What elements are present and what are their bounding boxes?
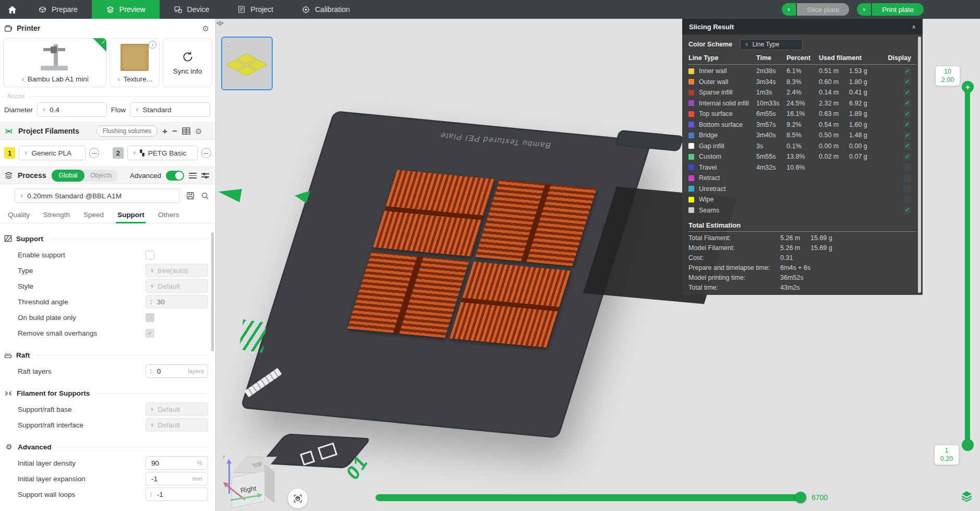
layer-slider-handle[interactable] [962,439,974,451]
tab-strength[interactable]: Strength [37,211,77,223]
scope-global[interactable]: Global [52,170,84,182]
display-checkbox[interactable] [903,110,911,118]
panel-header[interactable]: Slicing Result ∧ [682,19,923,34]
compare-presets-icon[interactable] [201,172,209,179]
tab-prepare[interactable]: Prepare [24,0,92,19]
print-dropdown-button[interactable]: ∨ [857,3,871,16]
support-style-select[interactable]: ∨Default [146,279,208,293]
layer-slider-plus-button[interactable]: + [962,81,974,93]
spinner-arrows-icon[interactable]: ∧∨ [150,299,152,304]
display-checkbox[interactable] [903,174,911,182]
flushing-volumes-button[interactable]: Flushing volumes [96,125,158,137]
filament-2-badge[interactable]: 2 [113,147,124,159]
display-checkbox[interactable] [903,89,911,97]
wall-loops-spinner[interactable]: ∧∨-1 [146,488,208,501]
remove-filament-button[interactable]: − [172,127,177,136]
filament-1-select[interactable]: ∨Generic PLA [19,146,86,160]
tab-speed[interactable]: Speed [77,211,111,223]
display-checkbox[interactable] [903,153,911,161]
navigation-cube[interactable]: Top Right z [221,455,283,510]
calibration-icon [301,5,310,14]
scope-objects[interactable]: Objects [84,172,118,179]
sliced-model-tile[interactable] [347,252,469,338]
parameter-list-icon[interactable] [189,173,197,179]
sliced-model-tile[interactable] [373,170,494,256]
home-button[interactable] [0,0,24,19]
layers-mode-button[interactable] [960,490,973,503]
panel-body: Color Scheme ∨Line Type Line Type Time P… [682,34,923,292]
plate-type-select[interactable]: ∨Texture... [110,75,159,83]
raft-interface-select[interactable]: ∨Default [146,418,208,432]
collapse-panel-icon[interactable]: ∧ [912,23,916,30]
sliced-model-group[interactable] [347,170,597,348]
wipe-tower-icon[interactable] [182,127,190,135]
build-plate-card[interactable]: i ∨Texture... [110,38,160,87]
preview-icon [106,5,115,14]
param-row: Support/raft base ∨Default [4,401,208,417]
advanced-toggle[interactable] [166,171,184,181]
raft-base-select[interactable]: ∨Default [146,402,208,416]
move-slider-handle[interactable] [795,492,806,503]
tab-others[interactable]: Others [151,211,186,223]
display-checkbox[interactable] [903,206,911,214]
support-type-select[interactable]: ∨tree(auto) [146,264,208,277]
search-icon[interactable] [201,192,209,200]
printer-settings-gear-icon[interactable]: ⚙ [202,25,209,32]
display-checkbox[interactable] [903,132,911,139]
threshold-angle-spinner[interactable]: ∧∨30 [146,295,208,308]
diameter-select[interactable]: ∨0.4 [37,102,107,117]
display-checkbox[interactable] [903,142,911,150]
raft-layers-spinner[interactable]: ∧∨0layers [146,364,208,378]
tab-project[interactable]: Project [223,0,287,19]
filament-2-edit-button[interactable]: ••• [201,148,211,158]
filament-settings-gear-icon[interactable]: ⚙ [195,127,202,135]
save-preset-icon[interactable] [186,192,195,200]
process-preset-select[interactable]: ∨0.20mm Standard @BBL A1M [15,188,180,203]
col-used-filament: Used filament [819,54,880,62]
display-checkbox[interactable] [903,78,911,86]
sync-info-button[interactable]: Sync info [163,38,212,87]
flow-select[interactable]: ∨Standard [130,102,210,117]
printer-name-select[interactable]: ∨Bambu Lab A1 mini [4,75,106,83]
print-plate-button[interactable]: Print plate [872,3,924,16]
spinner-arrows-icon[interactable]: ∧∨ [150,492,152,497]
display-checkbox[interactable] [903,99,911,107]
info-icon[interactable]: i [149,41,156,49]
tab-preview[interactable]: Preview [92,0,160,19]
connected-badge: ✓ [93,38,106,52]
display-checkbox[interactable] [903,67,911,75]
display-checkbox[interactable] [903,121,911,128]
filament-1-badge[interactable]: 1 [4,147,15,159]
remove-overhangs-checkbox[interactable] [146,329,154,338]
cube-front-face[interactable]: Right [232,471,265,508]
add-filament-button[interactable]: + [162,127,167,136]
expansion-input[interactable]: -1mm [146,472,208,485]
panel-scrollbar[interactable] [918,37,921,293]
spinner-arrows-icon[interactable]: ∧∨ [150,369,152,374]
tab-support[interactable]: Support [111,211,151,223]
slice-dropdown-button[interactable]: ∨ [782,3,796,16]
tab-quality[interactable]: Quality [1,211,37,223]
slice-plate-button[interactable]: Slice plate [797,3,849,16]
sidebar-collapse-handle[interactable]: <|> [216,20,223,26]
tab-device[interactable]: Device [160,0,224,19]
tab-calibration[interactable]: Calibration [287,0,364,19]
display-checkbox[interactable] [903,163,911,171]
density-input[interactable]: 90% [146,456,208,470]
filament-2-select[interactable]: ∨▚PETG Basic [127,146,198,160]
filament-1-edit-button[interactable]: ••• [89,148,99,158]
plate-thumbnail[interactable]: 1 [221,37,273,90]
enable-support-checkbox[interactable] [146,251,154,259]
sliced-model-tile[interactable] [475,180,597,266]
flow-value: Standard [143,106,172,114]
printer-card[interactable]: ✓ ∨Bambu Lab A1 mini [3,38,106,87]
on-build-plate-checkbox[interactable] [146,313,154,322]
display-checkbox[interactable] [903,196,911,204]
layer-slider-track[interactable] [965,88,970,443]
sidebar-scrollbar[interactable] [211,232,214,351]
sliced-model-tile[interactable] [450,262,571,348]
color-scheme-select[interactable]: ∨Line Type [740,39,803,50]
fit-view-button[interactable] [288,489,308,508]
display-checkbox[interactable] [903,185,911,193]
cube-side-face[interactable] [264,465,274,503]
